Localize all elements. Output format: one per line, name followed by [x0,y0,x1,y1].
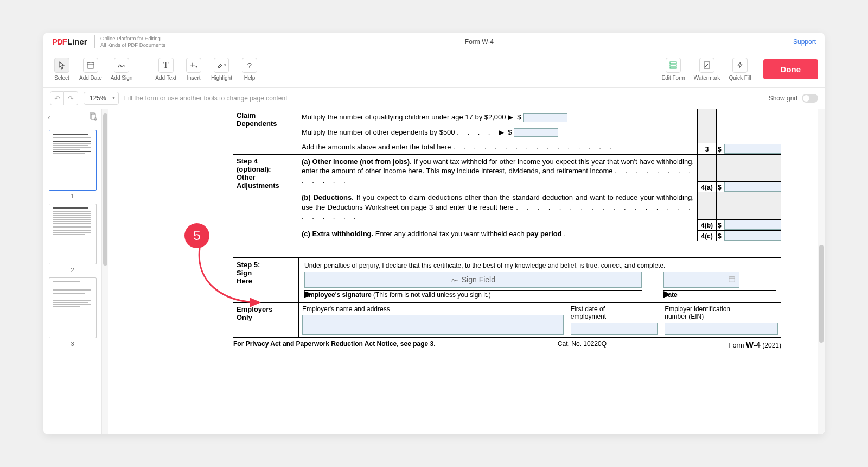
step3-head-1: Claim [237,111,295,119]
signature-icon [114,58,129,73]
svg-rect-1 [87,62,94,68]
footer-right: Form W-4 (2021) [729,340,781,349]
field-dependents-amount[interactable] [514,128,558,137]
document-canvas[interactable]: Claim Dependents Multiply the number of … [108,109,825,434]
tool-group-right: Edit Form Watermark Quick Fill Done [659,55,819,83]
emp-head: Employers Only [233,303,298,337]
field-ein[interactable] [665,323,778,335]
step4-head-3: Other [237,173,295,181]
svg-rect-12 [91,114,95,119]
sub-left: ↶ ↷ 125% Fill the form or use another to… [50,91,288,105]
callout-circle: 5 [184,223,209,248]
step4-head-4: Adjustments [237,181,295,190]
field-line-4b[interactable] [724,220,781,230]
dots: . . . . . . . . . . . . . . . . [453,143,615,151]
date-field[interactable] [663,272,739,288]
select-tool[interactable]: Select [50,55,74,83]
page-thumb-2-label: 2 [49,267,97,273]
signature-block: Under penalties of perjury, I declare th… [298,258,781,302]
done-button[interactable]: Done [763,59,819,79]
logo-tagline: Online Platform for Editing All Kinds of… [94,35,165,48]
add-sign-tool[interactable]: Add Sign [107,55,136,83]
collapse-panel-button[interactable]: ‹ [48,113,50,122]
dots: . . . . [457,128,499,136]
add-sign-label: Add Sign [111,75,133,81]
step4-head: Step 4 (optional): Other Adjustments [233,155,298,241]
undo-button[interactable]: ↶ [50,91,64,105]
sign-field-label: Sign Field [462,275,495,284]
workspace: ‹ 1 [43,109,825,434]
highlight-tool[interactable]: ▾ Highlight [208,55,235,83]
form-page: Claim Dependents Multiply the number of … [233,109,781,351]
caret-icon: ▶ [663,288,671,300]
step5-head-2: Sign [237,269,295,277]
redo-button[interactable]: ↷ [64,91,78,105]
callout-number: 5 [193,228,200,243]
svg-line-10 [705,64,709,67]
sign-field[interactable]: Sign Field [304,272,642,288]
document-title: Form W-4 [465,38,494,46]
watermark-icon [699,58,714,73]
form-footer: For Privacy Act and Paperwork Reduction … [233,338,781,351]
edit-form-tool[interactable]: Edit Form [659,55,688,83]
emp-ein-label-2: number (EIN) [665,313,778,320]
support-link[interactable]: Support [793,38,816,46]
zoom-dropdown[interactable]: 125% [84,92,119,105]
watermark-tool[interactable]: Watermark [691,55,724,83]
field-first-date[interactable] [571,323,658,335]
field-line-3[interactable] [724,144,781,154]
field-employer-name[interactable] [302,315,564,335]
add-text-tool[interactable]: T Add Text [152,55,180,83]
sig-label-bold: Employee's signature [304,291,372,299]
insert-label: Insert [187,75,201,81]
caret-icon: ▶ [304,288,311,300]
row-step-4: Step 4 (optional): Other Adjustments (a)… [233,154,781,241]
page-thumb-1[interactable]: 1 [49,130,97,199]
add-date-tool[interactable]: Add Date [76,55,105,83]
field-children-amount[interactable] [523,113,567,122]
emp-head-1: Employers [237,305,295,313]
svg-rect-8 [670,67,676,68]
quick-fill-label: Quick Fill [729,75,751,81]
svg-rect-6 [670,62,676,64]
quick-fill-tool[interactable]: Quick Fill [725,55,754,83]
svg-rect-7 [670,65,676,66]
emp-date-label-2: employment [571,313,658,320]
emp-name-cell: Employer's name and address [298,303,567,337]
step3-body: Multiply the number of qualifying childr… [298,109,697,154]
logo-block: PDFLiner Online Platform for Editing All… [52,35,165,48]
step4-right: 4(a) $ 4(b) $ [697,155,781,241]
thumb-scrollbar[interactable] [102,109,108,434]
field-line-4c[interactable] [724,231,781,241]
claim-total-line: Add the amounts above and enter the tota… [302,143,451,151]
show-grid-switch[interactable] [802,94,818,103]
page-thumb-2[interactable]: 2 [49,204,97,273]
highlighter-icon: ▾ [214,58,229,73]
sig-label-rest: (This form is not valid unless you sign … [372,291,491,299]
step3-head-2: Dependents [237,119,295,128]
line-4a-num: 4(a) [698,182,717,192]
step4c-text: Enter any additional tax you want withhe… [373,230,526,238]
footer-mid: Cat. No. 10220Q [558,340,607,349]
claim-line-1: Multiply the number of qualifying childr… [302,113,513,121]
header-bar: PDFLiner Online Platform for Editing All… [43,33,825,51]
plus-icon: +▾ [186,58,201,73]
canvas-scrollbar[interactable] [818,109,825,434]
field-line-4a[interactable] [724,182,781,192]
callout-annotation: 5 [184,223,209,248]
emp-date-cell: First date of employment [567,303,661,337]
insert-tool[interactable]: +▾ Insert [182,55,206,83]
row-claim-dependents: Claim Dependents Multiply the number of … [233,109,781,154]
sub-toolbar: ↶ ↷ 125% Fill the form or use another to… [43,88,825,109]
text-icon: T [158,58,174,73]
line-4c-num: 4(c) [698,231,717,241]
highlight-label: Highlight [211,75,232,81]
step4-body: (a) Other income (not from jobs). If you… [298,155,697,241]
help-tool[interactable]: ? Help [238,55,261,83]
page-thumb-1-label: 1 [49,193,97,199]
help-icon: ? [242,58,257,73]
page-thumb-3[interactable]: 3 [49,277,97,347]
step4c-bold: (c) Extra withholding. [302,230,373,238]
pdfliner-logo: PDFLiner [52,37,89,47]
pages-icon[interactable] [88,112,97,122]
